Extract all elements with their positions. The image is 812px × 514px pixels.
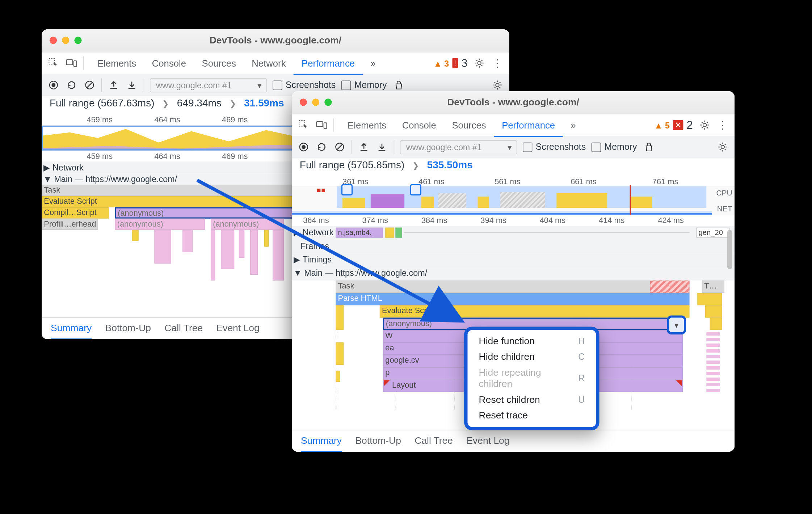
track-main[interactable]: ▼ Main — https://www.google.com/: [43, 174, 177, 184]
tab-elements[interactable]: Elements: [340, 114, 394, 136]
menu-hide-repeating: Hide repeating childrenR: [470, 365, 594, 392]
svg-point-5: [51, 83, 55, 87]
screenshots-checkbox[interactable]: Screenshots: [273, 80, 336, 90]
tab-summary[interactable]: Summary: [301, 435, 342, 452]
download-icon[interactable]: [126, 79, 138, 91]
flame-eval: Evaluate Script: [380, 305, 690, 317]
tab-bottomup[interactable]: Bottom-Up: [355, 435, 401, 447]
screenshots-checkbox[interactable]: Screenshots: [523, 142, 586, 152]
min-dot[interactable]: [312, 98, 319, 106]
record-icon[interactable]: [47, 79, 60, 91]
gc-icon[interactable]: [392, 79, 405, 91]
reload-icon[interactable]: [65, 79, 77, 91]
titlebar: DevTools - www.google.com/: [292, 91, 735, 114]
chevron-right-icon: ❯: [162, 99, 169, 108]
menu-hide-children[interactable]: Hide childrenC: [470, 349, 594, 365]
tab-calltree[interactable]: Call Tree: [415, 435, 453, 447]
gc-icon[interactable]: [643, 141, 655, 153]
crumb-full[interactable]: Full range (5667.63ms): [50, 97, 155, 109]
flame-anon: (anonymous): [211, 219, 284, 230]
record-icon[interactable]: [298, 141, 310, 153]
inspect-icon[interactable]: [298, 119, 310, 131]
device-icon[interactable]: [65, 57, 77, 69]
track-network[interactable]: ▶ Network: [43, 163, 84, 173]
menu-hide-function[interactable]: Hide functionH: [470, 333, 594, 349]
svg-point-17: [721, 145, 724, 148]
devtools-window-2: DevTools - www.google.com/ Elements Cons…: [292, 91, 735, 452]
svg-line-7: [87, 82, 93, 88]
overview-handle-left[interactable]: [341, 184, 353, 195]
gear-icon[interactable]: [716, 141, 729, 153]
track-network[interactable]: ▶ Network n,jsa,mb4. gen_20: [292, 227, 735, 240]
gear-icon[interactable]: [698, 119, 711, 131]
net-label: NET: [717, 205, 732, 213]
window-title: DevTools - www.google.com/: [210, 35, 341, 46]
tab-eventlog[interactable]: Event Log: [216, 323, 260, 334]
tab-console[interactable]: Console: [144, 52, 194, 74]
clear-icon[interactable]: [333, 141, 346, 153]
menu-reset-trace[interactable]: Reset trace: [470, 408, 594, 424]
kebab-icon[interactable]: ⋮: [716, 119, 729, 131]
tab-performance[interactable]: Performance: [494, 114, 563, 136]
perf-toolbar: www.google.com #1 Screenshots Memory: [292, 136, 735, 159]
issue-counts[interactable]: ▲5 ✕2: [655, 119, 693, 132]
cpu-label: CPU: [716, 189, 732, 197]
download-icon[interactable]: [376, 141, 388, 153]
crumb-mid[interactable]: 649.34ms: [177, 97, 222, 109]
gear-icon[interactable]: [473, 57, 485, 69]
crumb-current: 31.59ms: [244, 97, 284, 109]
memory-checkbox[interactable]: Memory: [341, 80, 387, 90]
track-main[interactable]: ▼ Main — https://www.google.com/: [294, 268, 427, 278]
panel-tabs: Elements Console Sources Performance » ▲…: [292, 114, 735, 136]
upload-icon[interactable]: [108, 79, 120, 91]
overview-handle-right[interactable]: [410, 184, 421, 195]
svg-point-8: [496, 83, 499, 87]
track-timings[interactable]: ▶ Timings: [294, 254, 332, 265]
min-dot[interactable]: [62, 37, 69, 44]
tab-sources[interactable]: Sources: [444, 114, 494, 136]
svg-point-3: [477, 62, 481, 65]
svg-rect-11: [324, 123, 327, 128]
zoom-dot[interactable]: [324, 98, 332, 106]
reload-icon[interactable]: [315, 141, 328, 153]
tab-overflow[interactable]: »: [363, 52, 384, 74]
gear-icon[interactable]: [491, 79, 504, 91]
close-dot[interactable]: [300, 98, 307, 106]
flame-ruler: 364 ms 374 ms 384 ms 394 ms 404 ms 414 m…: [292, 215, 735, 227]
tab-sources[interactable]: Sources: [194, 52, 244, 74]
tab-overflow[interactable]: »: [563, 114, 584, 136]
inspect-icon[interactable]: [47, 57, 60, 69]
memory-checkbox[interactable]: Memory: [592, 142, 637, 152]
recording-select[interactable]: www.google.com #1: [150, 78, 267, 92]
chevron-right-icon: ❯: [412, 161, 419, 170]
track-frames[interactable]: Frames: [294, 241, 329, 250]
zoom-dot[interactable]: [74, 37, 81, 44]
flame-row-menu-button[interactable]: ▾: [667, 315, 686, 334]
kebab-icon[interactable]: ⋮: [491, 57, 504, 69]
upload-icon[interactable]: [358, 141, 370, 153]
issue-counts[interactable]: ▲3 !3: [434, 56, 468, 69]
device-icon[interactable]: [315, 119, 328, 131]
tab-summary[interactable]: Summary: [51, 323, 92, 339]
titlebar: DevTools - www.google.com/: [42, 29, 509, 52]
tab-performance[interactable]: Performance: [294, 52, 363, 75]
tab-eventlog[interactable]: Event Log: [466, 435, 509, 447]
cpu-overview[interactable]: CPU NET: [292, 186, 735, 215]
recording-select[interactable]: www.google.com #1: [400, 140, 517, 154]
close-dot[interactable]: [50, 37, 57, 44]
tab-calltree[interactable]: Call Tree: [164, 323, 203, 334]
menu-reset-children[interactable]: Reset childrenU: [470, 392, 594, 408]
svg-rect-1: [67, 60, 73, 65]
flame-task2: T…: [702, 281, 724, 293]
clear-icon[interactable]: [83, 79, 96, 91]
tab-network[interactable]: Network: [244, 52, 294, 74]
crumb-full[interactable]: Full range (5705.85ms): [300, 159, 405, 171]
scrollbar-thumb[interactable]: [727, 230, 732, 269]
panel-tabs: Elements Console Sources Network Perform…: [42, 52, 509, 75]
tab-bottomup[interactable]: Bottom-Up: [105, 323, 151, 334]
svg-line-16: [337, 144, 342, 150]
tab-elements[interactable]: Elements: [89, 52, 144, 74]
tab-console[interactable]: Console: [394, 114, 444, 136]
net-item: n,jsa,mb4.: [336, 228, 383, 238]
svg-rect-2: [74, 61, 77, 67]
